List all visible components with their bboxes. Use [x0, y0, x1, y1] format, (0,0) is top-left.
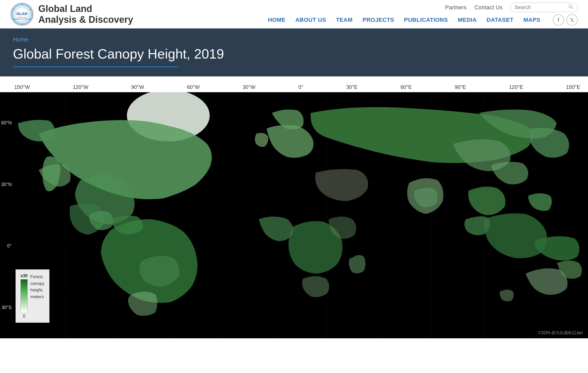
lat-label-30n: 30°N	[1, 182, 12, 187]
legend-description: Forestcanopyheight,meters	[30, 274, 45, 307]
svg-text:ANALYSIS & DISCOVERY: ANALYSIS & DISCOVERY	[14, 18, 30, 20]
nav-about[interactable]: ABOUT US	[291, 15, 331, 25]
world-map-svg	[13, 92, 588, 338]
lon-label-60e: 60°E	[401, 84, 412, 90]
longitude-axis: 150°W 120°W 90°W 60°W 30°W 0° 30°E 60°E …	[0, 84, 588, 92]
map-wrapper: 150°W 120°W 90°W 60°W 30°W 0° 30°E 60°E …	[0, 84, 588, 338]
lon-label-120w: 120°W	[73, 84, 88, 90]
world-map-container: 60°N 30°N 0° 30°S	[0, 92, 588, 338]
lon-label-150w: 150°W	[14, 84, 30, 90]
lon-label-90e: 90°E	[455, 84, 466, 90]
hero-underline	[13, 66, 179, 67]
search-input[interactable]	[514, 4, 566, 10]
nav-team[interactable]: TEAM	[331, 15, 357, 25]
nav-area: HOME ABOUT US TEAM PROJECTS PUBLICATIONS…	[263, 14, 578, 26]
search-icon	[568, 4, 574, 11]
lon-label-0: 0°	[298, 84, 303, 90]
latitude-axis: 60°N 30°N 0° 30°S	[0, 92, 13, 338]
lon-label-90w: 90°W	[131, 84, 144, 90]
svg-point-6	[21, 4, 23, 5]
svg-line-13	[572, 8, 573, 9]
logo-title-line2: Analysis & Discovery	[38, 14, 133, 25]
nav-media[interactable]: MEDIA	[453, 15, 481, 25]
top-links: Partners Contact Us	[445, 3, 578, 12]
lon-label-30w: 30°W	[243, 84, 255, 90]
watermark: CSDN @大白成长记Jan	[538, 330, 583, 336]
nav-home[interactable]: HOME	[263, 15, 290, 25]
nav-publications[interactable]: PUBLICATIONS	[400, 15, 453, 25]
map-section: 150°W 120°W 90°W 60°W 30°W 0° 30°E 60°E …	[0, 76, 588, 338]
lon-label-30e: 30°E	[346, 84, 358, 90]
lat-label-30s: 30°S	[2, 305, 12, 310]
logo-text: Global LandAnalysis & Discovery	[38, 3, 133, 25]
hero-banner: Home Global Forest Canopy Height, 2019	[0, 28, 588, 76]
svg-point-9	[21, 24, 23, 25]
partners-link[interactable]: Partners	[445, 4, 467, 11]
lat-label-0: 0°	[7, 243, 12, 249]
legend-gradient	[20, 279, 28, 313]
lat-label-60n: 60°N	[1, 120, 12, 126]
nav-maps[interactable]: MAPS	[519, 15, 545, 25]
legend-box: ≥30 0 Forestcanopyheight,meters	[16, 269, 49, 323]
svg-point-12	[569, 5, 572, 8]
contact-link[interactable]: Contact Us	[474, 4, 503, 11]
legend-top-label: ≥30	[21, 274, 28, 278]
lon-label-60w: 60°W	[187, 84, 200, 90]
logo-title-line1: Global Land	[38, 3, 92, 14]
svg-point-10	[13, 18, 14, 19]
search-box	[510, 3, 578, 12]
main-nav: HOME ABOUT US TEAM PROJECTS PUBLICATIONS…	[263, 15, 545, 25]
twitter-button[interactable]: 𝕏	[566, 14, 578, 26]
lon-label-120e: 120°E	[509, 84, 523, 90]
svg-text:GLOBAL LAND: GLOBAL LAND	[17, 17, 27, 18]
facebook-button[interactable]: f	[553, 14, 564, 26]
nav-projects[interactable]: PROJECTS	[358, 15, 399, 25]
nav-dataset[interactable]: DATASET	[482, 15, 518, 25]
logo-icon: GLAD GLOBAL LAND ANALYSIS & DISCOVERY	[10, 3, 34, 26]
legend-bottom-label: 0	[23, 314, 25, 319]
svg-point-7	[30, 9, 31, 10]
site-header: GLAD GLOBAL LAND ANALYSIS & DISCOVERY Gl…	[0, 0, 588, 28]
breadcrumb-home[interactable]: Home	[13, 36, 575, 43]
legend-desc-text: Forestcanopyheight,meters	[30, 274, 45, 300]
logo-area: GLAD GLOBAL LAND ANALYSIS & DISCOVERY Gl…	[10, 3, 133, 26]
social-icons: f 𝕏	[553, 14, 578, 26]
svg-point-11	[13, 9, 14, 10]
svg-text:GLAD: GLAD	[17, 11, 27, 16]
header-right: Partners Contact Us HOME ABOUT US TEAM P…	[263, 3, 578, 26]
page-title: Global Forest Canopy Height, 2019	[13, 46, 575, 62]
svg-point-8	[30, 18, 31, 19]
lon-label-150e: 150°E	[566, 84, 580, 90]
